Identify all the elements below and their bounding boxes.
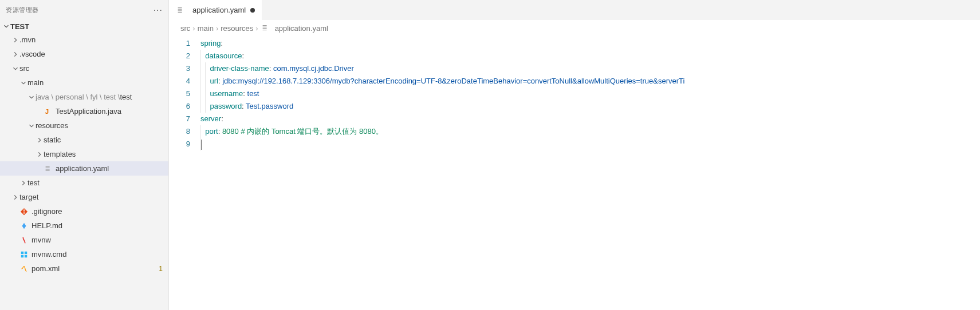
chevron-right-icon [36, 150, 44, 158]
chevron-down-icon [11, 65, 19, 73]
breadcrumb-item[interactable]: main [198, 24, 214, 33]
chevron-right-icon [11, 36, 19, 44]
explorer-header: 资源管理器 ··· [0, 0, 168, 20]
yaml-icon [176, 6, 185, 15]
breadcrumb-sep: › [255, 24, 258, 33]
tree-item[interactable]: JTestApplication.java [0, 104, 168, 118]
chevron-right-icon [11, 50, 19, 58]
tree-item-label: target [19, 193, 38, 201]
tree-item-label: mvnw [32, 236, 51, 244]
breadcrumb-item[interactable]: src [180, 24, 190, 33]
tree-item-label: static [44, 136, 61, 144]
tree-item-label: TestApplication.java [56, 107, 121, 116]
svg-text:J: J [45, 108, 49, 115]
java-icon: J [44, 107, 53, 116]
project-root-label: TEST [10, 22, 29, 31]
explorer-sidebar: 资源管理器 ··· TEST .mvn.vscodesrcmainjava \ … [0, 0, 169, 310]
chevron-down-icon [2, 22, 10, 30]
tree-item-label: test [120, 93, 132, 101]
tree-item[interactable]: test [0, 176, 168, 190]
chevron-down-icon [27, 122, 36, 130]
tree-item[interactable]: templates [0, 147, 168, 161]
code-content[interactable]: spring: datasource: driver-class-name: c… [200, 35, 980, 310]
tree-item-label: main [27, 78, 44, 87]
tree-item[interactable]: target [0, 190, 168, 204]
project-root[interactable]: TEST [0, 20, 168, 33]
twistie-spacer [11, 265, 19, 273]
line-gutter: 123456789 [169, 35, 200, 310]
git-icon [19, 207, 29, 216]
svg-rect-3 [21, 251, 23, 253]
breadcrumb-sep: › [192, 24, 195, 33]
breadcrumb-item[interactable]: application.yaml [275, 24, 328, 33]
svg-rect-6 [25, 255, 27, 257]
tree-item-label: mvnw.cmd [32, 250, 66, 259]
tree-item[interactable]: pom.xml1 [0, 261, 168, 276]
more-icon[interactable]: ··· [154, 5, 163, 15]
yaml-icon [44, 164, 53, 173]
tree-item[interactable]: resources [0, 118, 168, 133]
tree-item-label: src [19, 64, 29, 73]
tree-item-label: resources [36, 121, 68, 130]
tree-item[interactable]: java \ personal \ fyl \ test \ test [0, 90, 168, 104]
tree-item-label: .gitignore [32, 207, 62, 216]
tree-item[interactable]: mvnw [0, 233, 168, 247]
breadcrumb: src›main›resources›application.yaml [169, 20, 980, 35]
chevron-down-icon [27, 93, 36, 101]
tree-item-label: test [27, 178, 40, 187]
chevron-right-icon [11, 193, 19, 201]
tree-item-label: .vscode [19, 50, 45, 58]
yaml-icon [261, 23, 270, 33]
tree-item[interactable]: main [0, 75, 168, 90]
chevron-right-icon [36, 136, 44, 144]
twistie-spacer [11, 236, 19, 244]
editor-area: application.yaml src›main›resources›appl… [169, 0, 980, 310]
tree-item[interactable]: .gitignore [0, 204, 168, 218]
twistie-spacer [36, 108, 44, 116]
breadcrumb-item[interactable]: resources [221, 24, 253, 33]
file-tree: .mvn.vscodesrcmainjava \ personal \ fyl … [0, 33, 168, 310]
twistie-spacer [11, 251, 19, 259]
tree-item-label: .mvn [19, 35, 36, 44]
svg-rect-4 [25, 251, 27, 253]
twistie-spacer [11, 222, 19, 230]
mvnw-icon [19, 236, 29, 245]
tab-label: application.yaml [192, 6, 246, 14]
tree-item-label: application.yaml [56, 164, 109, 173]
breadcrumb-sep: › [216, 24, 218, 33]
chevron-down-icon [19, 79, 27, 87]
tab-application-yaml[interactable]: application.yaml [169, 0, 262, 20]
twistie-spacer [11, 208, 19, 216]
tree-item[interactable]: static [0, 133, 168, 147]
tree-item[interactable]: application.yaml [0, 161, 168, 176]
xml-icon [19, 264, 29, 273]
modification-badge: 1 [153, 265, 168, 273]
code-editor[interactable]: 123456789 spring: datasource: driver-cla… [169, 35, 980, 310]
chevron-right-icon [19, 179, 27, 187]
tree-item[interactable]: mvnw.cmd [0, 247, 168, 261]
svg-rect-5 [21, 255, 23, 257]
help-icon [19, 221, 29, 230]
explorer-title: 资源管理器 [6, 6, 154, 14]
tree-item[interactable]: .mvn [0, 33, 168, 47]
twistie-spacer [36, 165, 44, 173]
tab-bar: application.yaml [169, 0, 980, 20]
path-prefix: java \ personal \ fyl \ test \ [36, 93, 120, 101]
tree-item-label: templates [44, 150, 76, 158]
win-icon [19, 250, 29, 259]
dirty-indicator-icon [250, 8, 255, 13]
tree-item[interactable]: src [0, 61, 168, 75]
tree-item[interactable]: .vscode [0, 47, 168, 61]
tree-item-label: pom.xml [32, 264, 60, 273]
tree-item[interactable]: HELP.md [0, 218, 168, 233]
tree-item-label: HELP.md [32, 221, 62, 230]
